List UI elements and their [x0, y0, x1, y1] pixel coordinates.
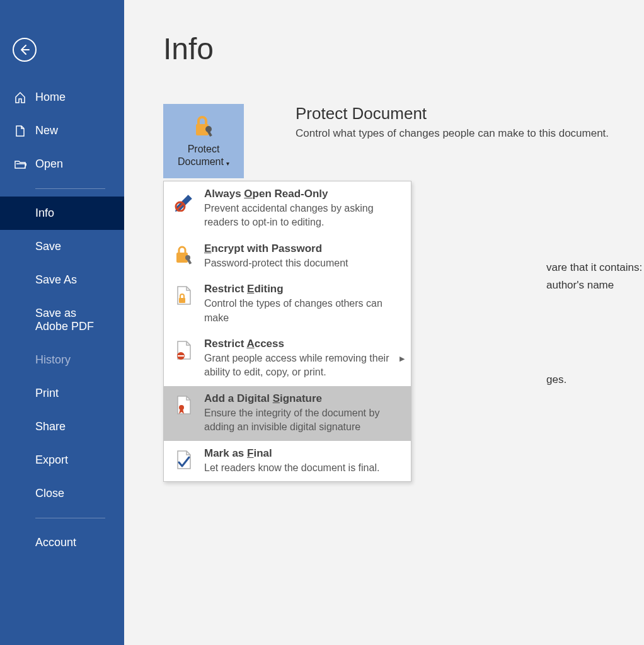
- svg-rect-10: [178, 355, 184, 357]
- protect-dropdown-menu: Always Open Read-OnlyPrevent accidental …: [163, 181, 411, 482]
- behind-text: vare that it contains:: [546, 261, 642, 274]
- nav-label: Info: [35, 207, 54, 220]
- nav-print[interactable]: Print: [0, 377, 124, 410]
- nav-label: New: [35, 124, 58, 137]
- dropdown-item-description: Control the types of changes others can …: [204, 297, 402, 325]
- dropdown-item[interactable]: Always Open Read-OnlyPrevent accidental …: [164, 181, 411, 236]
- submenu-arrow-icon: ▶: [400, 355, 405, 363]
- section-heading: Protect Document: [296, 104, 609, 123]
- dropdown-item[interactable]: Add a Digital SignatureEnsure the integr…: [164, 386, 411, 441]
- main-content: Info vare that it contains: author's nam…: [124, 0, 644, 645]
- dropdown-item-title: Restrict Editing: [204, 283, 402, 295]
- dropdown-item-title: Restrict Access: [204, 338, 402, 350]
- sidebar-divider: [35, 188, 105, 189]
- dropdown-item[interactable]: Encrypt with PasswordPassword-protect th…: [164, 236, 411, 277]
- dropdown-item-description: Prevent accidental changes by asking rea…: [204, 202, 402, 230]
- behind-text: author's name: [546, 279, 614, 292]
- nav-label: Open: [35, 157, 63, 171]
- home-icon: [14, 91, 26, 104]
- nav-label: Print: [35, 387, 59, 400]
- protect-document-button[interactable]: Protect Document▾: [163, 104, 244, 178]
- lock-key-icon: [173, 244, 195, 266]
- lock-icon: [191, 114, 216, 139]
- nav-label: History: [35, 353, 71, 367]
- dropdown-item-title: Encrypt with Password: [204, 243, 402, 255]
- nav-export[interactable]: Export: [0, 443, 124, 477]
- nav-save-as[interactable]: Save As: [0, 263, 124, 297]
- dropdown-item-description: Let readers know the document is final.: [204, 461, 402, 475]
- page-title: Info: [163, 31, 612, 66]
- arrow-left-icon: [18, 43, 31, 56]
- nav-new[interactable]: New: [0, 114, 124, 147]
- dropdown-item-title: Always Open Read-Only: [204, 188, 402, 200]
- nav-label: Account: [35, 536, 76, 549]
- nav-label: Share: [35, 420, 66, 433]
- dropdown-item[interactable]: Restrict AccessGrant people access while…: [164, 331, 411, 386]
- doc-ribbon-icon: [173, 394, 195, 416]
- nav-label: Home: [35, 91, 66, 104]
- nav-label: Save As: [35, 273, 77, 287]
- back-button[interactable]: [13, 38, 37, 62]
- protect-description: Protect Document Control what types of c…: [296, 104, 609, 140]
- button-label: Protect Document▾: [178, 143, 229, 168]
- nav-label: Save: [35, 240, 61, 253]
- dropdown-item[interactable]: Mark as FinalLet readers know the docume…: [164, 441, 411, 481]
- dropdown-item-description: Ensure the integrity of the document by …: [204, 406, 402, 435]
- doc-final-icon: [173, 448, 195, 471]
- behind-text: ges.: [546, 374, 566, 386]
- chevron-down-icon: ▾: [226, 160, 229, 167]
- nav-history[interactable]: History: [0, 343, 124, 377]
- dropdown-item-description: Password-protect this document: [204, 256, 402, 270]
- dropdown-item-title: Add a Digital Signature: [204, 392, 402, 405]
- nav-home[interactable]: Home: [0, 81, 124, 114]
- nav-share[interactable]: Share: [0, 410, 124, 443]
- svg-rect-8: [179, 298, 185, 303]
- nav-close[interactable]: Close: [0, 477, 124, 510]
- protect-section: Protect Document▾ Protect Document Contr…: [163, 104, 612, 178]
- dropdown-item[interactable]: Restrict EditingControl the types of cha…: [164, 277, 411, 331]
- backstage-sidebar: Home New Open Info Save Save As Save as …: [0, 0, 124, 645]
- nav-label: Close: [35, 487, 64, 500]
- nav-save-pdf[interactable]: Save as Adobe PDF: [0, 297, 124, 343]
- nav-info[interactable]: Info: [0, 197, 124, 230]
- section-description: Control what types of changes people can…: [296, 127, 609, 140]
- open-folder-icon: [14, 158, 26, 171]
- dropdown-item-description: Grant people access while removing their…: [204, 351, 402, 380]
- nav-label: Save as Adobe PDF: [35, 307, 110, 333]
- nav-open[interactable]: Open: [0, 147, 124, 181]
- sidebar-divider: [35, 518, 105, 518]
- new-doc-icon: [14, 125, 26, 137]
- doc-deny-icon: [173, 339, 195, 362]
- nav-save[interactable]: Save: [0, 230, 124, 263]
- dropdown-item-title: Mark as Final: [204, 447, 402, 460]
- nav-label: Export: [35, 454, 68, 467]
- pencil-no-icon: [173, 189, 195, 212]
- nav-account[interactable]: Account: [0, 526, 124, 559]
- doc-lock-icon: [173, 284, 195, 307]
